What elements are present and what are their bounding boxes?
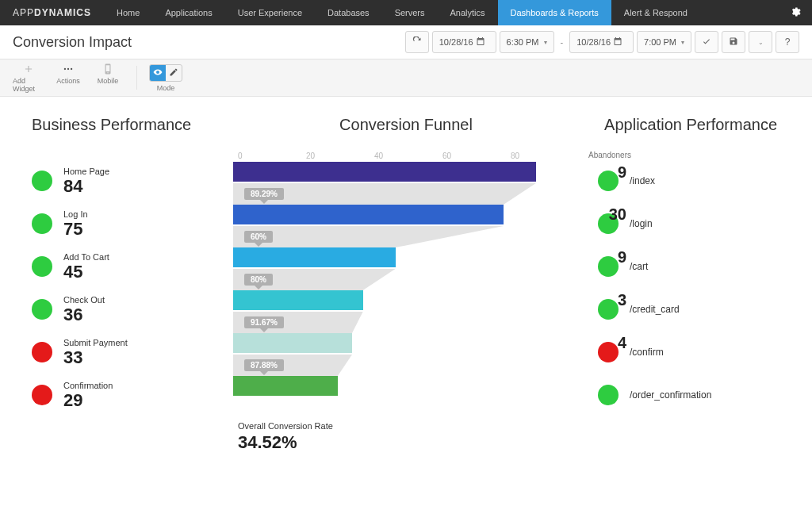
check-icon [702, 36, 711, 48]
funnel-step: 9 [233, 162, 579, 183]
axis-tick: 40 [374, 151, 442, 160]
nav-item-databases[interactable]: Databases [315, 0, 382, 25]
settings-button[interactable] [779, 6, 812, 19]
refresh-icon [412, 36, 422, 48]
save-button[interactable] [722, 31, 745, 53]
business-metric-row: Confirmation29 [32, 374, 214, 416]
apply-button[interactable] [695, 31, 718, 53]
refresh-button[interactable] [405, 31, 429, 53]
abandoners-value: 4 [587, 334, 626, 352]
funnel-bar [233, 290, 363, 310]
funnel-step: 60%9 [233, 226, 579, 269]
save-icon [729, 36, 738, 48]
actions-tool[interactable]: Actions [52, 63, 84, 93]
business-metric-row: Submit Payment33 [32, 331, 214, 374]
from-date: 10/28/16 [439, 37, 473, 47]
funnel-step: 80%3 [233, 269, 579, 312]
metric-label: Log In [63, 209, 88, 219]
axis-tick: 80 [511, 151, 579, 160]
metric-label: Check Out [63, 295, 105, 305]
business-performance-column: Business Performance Home Page84Log In75… [32, 116, 214, 453]
funnel-step: 87.88% [233, 355, 579, 397]
svg-point-1 [67, 67, 69, 69]
abandoners-value: 9 [587, 248, 626, 267]
metric-text: Add To Cart45 [63, 252, 109, 281]
metric-value: 75 [63, 220, 88, 238]
nav-item-user-experience[interactable]: User Experience [225, 0, 315, 25]
conversion-pct-badge: 89.29% [244, 188, 284, 200]
pencil-icon [169, 67, 178, 79]
endpoint-label: /confirm [630, 347, 664, 358]
application-metric-row: /order_confirmation [598, 374, 780, 416]
status-dot [32, 213, 52, 234]
mobile-icon [102, 63, 113, 75]
to-date: 10/28/16 [576, 37, 611, 47]
add-widget-tool[interactable]: Add Widget [13, 63, 44, 93]
funnel-axis: 020406080 [233, 151, 579, 160]
nav-item-analytics[interactable]: Analytics [438, 0, 498, 25]
logo: APPDYNAMICS [0, 7, 104, 18]
tool-label: Add Widget [13, 77, 44, 93]
metric-text: Confirmation29 [63, 381, 113, 409]
business-metric-row: Add To Cart45 [32, 245, 214, 288]
section-title: Application Performance [598, 116, 780, 134]
nav-item-applications[interactable]: Applications [152, 0, 224, 25]
nav-item-home[interactable]: Home [104, 0, 152, 25]
toolbar: Add Widget Actions Mobile Mode [0, 59, 812, 97]
svg-marker-4 [233, 226, 504, 247]
nav-items: HomeApplicationsUser ExperienceDatabases… [104, 0, 700, 25]
status-dot [598, 385, 619, 405]
metric-text: Submit Payment33 [63, 338, 128, 366]
conversion-pct-badge: 91.67% [244, 316, 284, 328]
conversion-pct-badge: 80% [244, 274, 273, 286]
overall-value: 34.52% [238, 432, 579, 453]
tool-label: Actions [56, 77, 80, 85]
funnel-bar [233, 333, 352, 353]
endpoint-label: /cart [630, 261, 648, 272]
status-dot [32, 342, 52, 362]
from-time-picker[interactable]: 6:30 PM ▾ [500, 31, 554, 53]
mode-toggle[interactable] [149, 64, 182, 82]
help-button[interactable]: ? [776, 31, 799, 53]
to-time-picker[interactable]: 7:00 PM ▾ [637, 31, 691, 53]
from-date-picker[interactable]: 10/28/16 [432, 31, 496, 53]
nav-item-alert-respond[interactable]: Alert & Respond [611, 0, 700, 25]
view-mode-button[interactable] [150, 65, 166, 81]
gear-icon [790, 6, 801, 19]
endpoint-label: /order_confirmation [630, 389, 711, 401]
metric-label: Add To Cart [63, 252, 109, 262]
more-menu-button[interactable]: ⌄ [749, 31, 772, 53]
sub-controls: 10/28/16 6:30 PM ▾ - 10/28/16 7:00 PM ▾ … [405, 31, 799, 53]
mobile-tool[interactable]: Mobile [92, 63, 124, 93]
to-time: 7:00 PM [644, 37, 676, 47]
metric-label: Confirmation [63, 381, 113, 390]
abandoners-value: 30 [587, 205, 626, 224]
funnel-bar [233, 376, 338, 396]
endpoint-label: /credit_card [630, 304, 680, 315]
to-date-picker[interactable]: 10/28/16 [569, 31, 634, 53]
page-title: Conversion Impact [13, 34, 405, 51]
metric-value: 45 [63, 263, 109, 281]
edit-mode-button[interactable] [166, 65, 182, 81]
metric-value: 84 [63, 178, 109, 195]
nav-item-dashboards-reports[interactable]: Dashboards & Reports [498, 0, 611, 25]
metric-text: Check Out36 [63, 295, 105, 324]
plus-icon [23, 63, 34, 75]
calendar-icon [611, 36, 626, 48]
axis-tick: 60 [442, 151, 511, 160]
overall-conversion: Overall Conversion Rate 34.52% [233, 421, 579, 453]
calendar-icon [473, 36, 489, 48]
conversion-pct-badge: 87.88% [244, 359, 284, 371]
tool-label: Mobile [98, 77, 119, 85]
nav-item-servers[interactable]: Servers [382, 0, 438, 25]
section-title: Business Performance [32, 116, 214, 134]
mode-tool[interactable]: Mode [150, 64, 182, 92]
axis-tick: 0 [238, 151, 306, 160]
funnel-connector [233, 226, 504, 247]
metric-value: 33 [63, 349, 128, 366]
svg-point-0 [64, 67, 66, 69]
endpoint-label: /login [630, 218, 653, 229]
funnel-bar [233, 162, 536, 182]
section-title: Conversion Funnel [233, 116, 579, 134]
top-nav: APPDYNAMICS HomeApplicationsUser Experie… [0, 0, 812, 25]
